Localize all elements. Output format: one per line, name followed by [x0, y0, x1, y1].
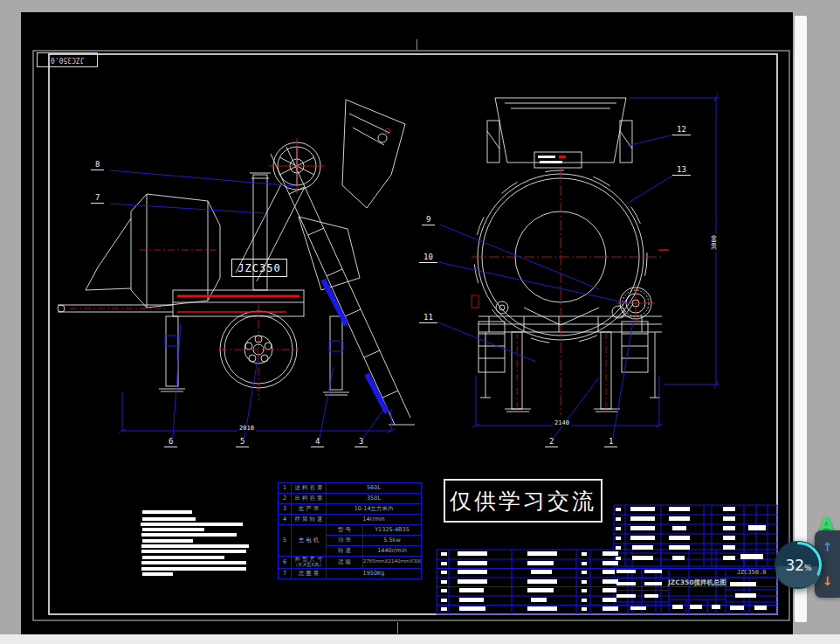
watermark-box: 仅供学习交流	[444, 479, 602, 523]
spec-name: 主 电 机	[292, 525, 327, 557]
dim-side-length: 2010	[238, 425, 256, 432]
spec-row: 3 生 产 率 10-14立方米/h	[279, 504, 422, 515]
part-label-12: 12	[672, 126, 691, 135]
spec-value: 350L	[327, 494, 422, 504]
part-label-10: 10	[419, 253, 437, 263]
spec-no: 2	[279, 494, 292, 504]
leader-lines	[110, 135, 674, 438]
spec-name: 进 料 容 量	[292, 483, 327, 494]
spec-row: 4 拌 筒 转 速 14r/min	[279, 515, 422, 525]
spec-value: 10-14立方米/h	[327, 504, 422, 515]
spec-row: 7 总 重 量 1950Kg	[279, 568, 422, 578]
zoom-level-percent: %	[804, 564, 812, 572]
spec-subvalue: Y132S-4B35	[363, 525, 422, 536]
screen: { "app": { "zoom_badge": {"value": "32",…	[0, 0, 840, 644]
front-view	[474, 98, 662, 412]
spec-name: 总 重 量	[292, 568, 327, 578]
titleblock-drawing-number: JZC350.0	[726, 567, 777, 578]
titleblock-title: JZC350搅拌机总图	[669, 568, 726, 598]
spec-no: 6	[279, 557, 292, 569]
spec-name: 出 料 容 量	[292, 494, 327, 504]
part-label-11: 11	[419, 314, 437, 323]
part-label-9: 9	[422, 216, 435, 225]
spec-subkey: 功 率	[327, 536, 363, 546]
part-label-4: 4	[311, 438, 324, 447]
spec-row: 6 外 型 尺 寸 （长X宽X高） 运 输 2765mmX2140mmX3000…	[279, 557, 422, 569]
spec-subkey: 转 速	[327, 546, 363, 557]
part-label-3: 3	[355, 438, 368, 447]
spec-subvalue: 2765mmX2140mmX3000mm	[363, 557, 422, 569]
machine-nameplate: JZC350	[231, 259, 287, 277]
part-label-5: 5	[236, 438, 249, 447]
machine-nameplate-text: JZC350	[238, 262, 280, 274]
spec-name-line2: （长X宽X高）	[292, 563, 326, 568]
part-label-2: 2	[545, 438, 558, 447]
zoom-in-arrow-icon[interactable]: ↑	[823, 540, 833, 554]
spec-row: 2 出 料 容 量 350L	[279, 494, 422, 504]
dim-front-width: 2140	[553, 419, 571, 426]
zoom-out-arrow-icon[interactable]: ↓	[823, 574, 833, 588]
spec-row: 5 主 电 机 型 号 Y132S-4B35	[279, 525, 422, 536]
spec-name: 外 型 尺 寸 （长X宽X高）	[292, 557, 327, 569]
part-label-1: 1	[604, 438, 617, 447]
front-view-centerlines	[472, 168, 669, 415]
spec-table: 1 进 料 容 量 560L 2 出 料 容 量 350L 3 生 产 率 10…	[278, 482, 422, 579]
side-view-hydraulics	[165, 280, 387, 412]
dim-front-height: 3000	[711, 233, 718, 252]
zoom-level-badge[interactable]: 32 %	[775, 541, 823, 589]
spec-no: 5	[279, 525, 292, 557]
corner-label-text: JZC350.0	[51, 56, 85, 64]
spec-row: 1 进 料 容 量 560L	[279, 483, 422, 494]
sheet-corner-label: JZC350.0	[37, 52, 98, 67]
spec-subvalue: 5.5kw	[363, 536, 422, 546]
part-label-13: 13	[672, 166, 691, 176]
spec-subvalue: 1440r/min	[363, 546, 422, 557]
spec-no: 4	[279, 515, 292, 525]
nameplate-marks	[538, 156, 566, 163]
part-label-6: 6	[164, 438, 177, 447]
notes-redacted	[141, 510, 249, 576]
spec-no: 3	[279, 504, 292, 515]
watermark-text: 仅供学习交流	[450, 487, 596, 516]
spec-no: 1	[279, 483, 292, 494]
spec-value: 1950Kg	[327, 568, 422, 578]
zoom-level-value: 32	[785, 557, 804, 574]
spec-name: 生 产 率	[292, 504, 327, 515]
spec-value: 560L	[327, 483, 422, 494]
spec-no: 7	[279, 568, 292, 578]
spec-value: 14r/min	[327, 515, 422, 525]
part-label-8: 8	[91, 161, 104, 170]
spec-subkey: 运 输	[327, 557, 363, 569]
spec-subkey: 型 号	[327, 525, 363, 536]
part-label-7: 7	[91, 194, 104, 204]
spec-name: 拌 筒 转 速	[292, 515, 327, 525]
